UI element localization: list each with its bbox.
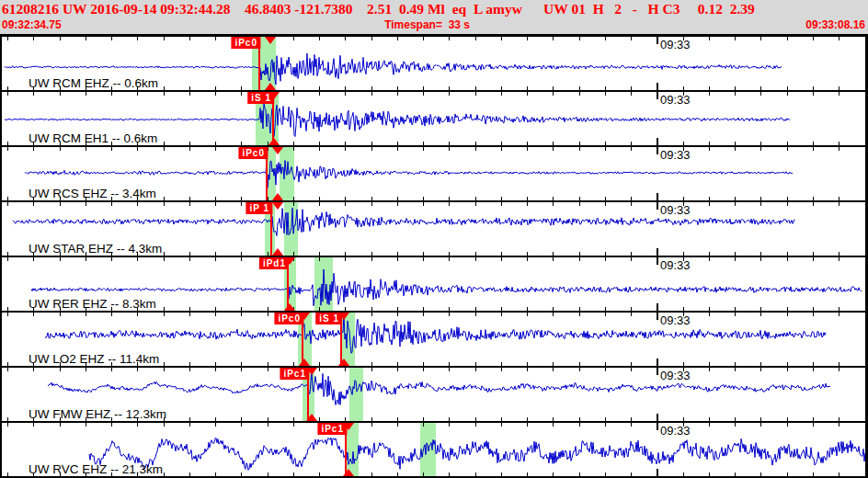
pick-flag[interactable]: iP 1	[246, 202, 272, 214]
second-tick	[813, 257, 814, 261]
second-tick	[501, 37, 502, 40]
trace-row-rcs-2[interactable]: 09:33UW RCS EHZ -- 3.4kmiPc0	[2, 147, 865, 202]
minute-tick	[657, 368, 658, 375]
second-tick	[164, 257, 165, 261]
second-tick	[787, 417, 788, 421]
second-tick	[164, 313, 165, 316]
trace-row-star-3[interactable]: 09:33UW STAR EHZ -- 4.3kmiP 1	[2, 202, 865, 257]
second-tick	[345, 257, 346, 261]
second-tick	[319, 417, 320, 421]
second-tick	[423, 197, 424, 200]
seismic-event-viewer-window: 61208216 UW 2016-09-14 09:32:44.28 46.84…	[0, 0, 868, 478]
second-tick	[371, 257, 372, 261]
pick-marker-triangle	[265, 83, 276, 90]
second-tick	[839, 313, 839, 316]
second-tick	[527, 37, 528, 40]
second-tick	[787, 37, 788, 40]
second-tick	[423, 37, 424, 40]
minute-tick	[657, 138, 658, 145]
second-tick	[33, 92, 34, 96]
second-tick	[605, 252, 606, 256]
second-tick	[631, 417, 632, 421]
second-tick	[215, 362, 216, 366]
second-tick	[397, 37, 398, 40]
trace-row-rvc-7[interactable]: 09:33UW RVC EHZ -- 21.3kmiPc1	[2, 423, 865, 476]
station-channel-label: UW STAR EHZ -- 4.3km	[29, 242, 162, 256]
second-tick	[345, 92, 346, 96]
second-tick	[475, 147, 476, 151]
second-tick	[813, 147, 814, 151]
second-tick	[241, 197, 242, 200]
event-summary-line: 61208216 UW 2016-09-14 09:32:44.28 46.84…	[0, 0, 868, 17]
second-tick	[475, 86, 476, 90]
station-channel-label: UW RCS EHZ -- 3.4km	[29, 187, 156, 200]
timespan-label: Timespan= 33 s	[384, 17, 470, 32]
second-tick	[553, 197, 554, 200]
second-tick	[268, 417, 268, 421]
second-tick	[33, 147, 34, 151]
second-tick	[813, 142, 814, 145]
minute-tick	[657, 469, 658, 476]
second-tick	[215, 423, 216, 427]
second-tick	[787, 197, 788, 200]
second-tick	[631, 307, 632, 311]
second-tick	[293, 37, 294, 40]
second-tick	[423, 417, 424, 421]
second-tick	[475, 202, 476, 206]
second-tick	[268, 307, 268, 311]
second-tick	[319, 307, 320, 311]
trace-row-rcm-1[interactable]: 09:33UW RCM EH1 -- 0.6kmiS 1	[2, 92, 865, 147]
second-tick	[86, 313, 86, 316]
second-tick	[839, 472, 839, 476]
second-tick	[7, 472, 8, 476]
pick-marker-triangle	[272, 202, 283, 210]
second-tick	[683, 86, 684, 90]
second-tick	[553, 472, 554, 476]
minute-tick	[657, 313, 658, 320]
trace-row-fmw-6[interactable]: 09:33UW FMW EHZ -- 12.3kmiPc1	[2, 368, 865, 423]
second-tick	[579, 368, 580, 371]
second-tick	[371, 362, 372, 366]
second-tick	[7, 257, 8, 261]
second-tick	[683, 362, 684, 366]
second-tick	[839, 202, 839, 206]
second-tick	[553, 257, 554, 261]
second-tick	[345, 86, 346, 90]
pick-flag[interactable]: iPc1	[280, 368, 309, 380]
minute-label: 09:33	[660, 313, 691, 327]
second-tick	[7, 417, 8, 421]
trace-row-rer-4[interactable]: 09:33UW RER EHZ -- 8.3kmiPd1	[2, 257, 865, 313]
second-tick	[449, 417, 450, 421]
second-tick	[449, 368, 450, 371]
second-tick	[631, 147, 632, 151]
second-tick	[293, 423, 294, 427]
second-tick	[787, 313, 788, 316]
station-channel-label: UW FMW EHZ -- 12.3km	[29, 407, 166, 421]
second-tick	[371, 252, 372, 256]
second-tick	[268, 472, 268, 476]
second-tick	[164, 92, 165, 96]
second-tick	[501, 423, 502, 427]
second-tick	[735, 37, 736, 40]
second-tick	[449, 142, 450, 145]
second-tick	[449, 197, 450, 200]
pick-flag[interactable]: iPc0	[238, 147, 268, 159]
second-tick	[579, 472, 580, 476]
trace-row-rcm-0[interactable]: 09:33UW RCM EHZ -- 0.6kmiPc0	[2, 37, 865, 92]
second-tick	[709, 197, 710, 200]
second-tick	[111, 313, 112, 316]
second-tick	[553, 147, 554, 151]
second-tick	[241, 472, 242, 476]
second-tick	[449, 472, 450, 476]
pick-flag[interactable]: iPc0	[231, 37, 260, 49]
second-tick	[7, 252, 8, 256]
second-tick	[501, 257, 502, 261]
second-tick	[293, 92, 294, 96]
second-tick	[735, 313, 736, 316]
trace-row-lo2-5[interactable]: 09:33UW LO2 EHZ -- 11.4kmiPc0iS 1	[2, 313, 865, 368]
second-tick	[735, 147, 736, 151]
second-tick	[397, 368, 398, 371]
second-tick	[319, 147, 320, 151]
pick-marker-triangle	[268, 138, 280, 145]
second-tick	[86, 37, 86, 40]
